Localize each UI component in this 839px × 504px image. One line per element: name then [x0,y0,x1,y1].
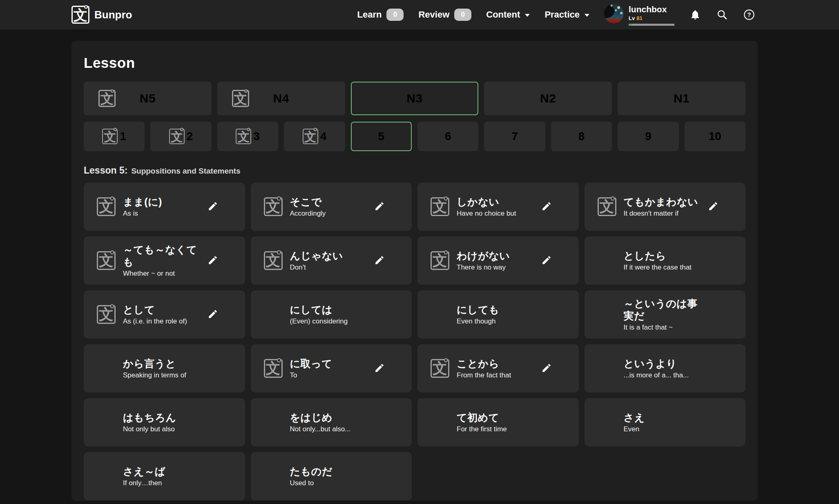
grammar-english-meaning: Used to [290,479,371,487]
page-title: Lesson [84,55,745,71]
edit-notes-button[interactable] [208,201,219,212]
help-button[interactable]: ? [743,9,755,21]
grammar-japanese-title: をはじめ [290,411,371,424]
nav-review[interactable]: Review 0 [418,9,471,21]
bunpro-logo-icon: 文 [598,197,616,216]
grammar-english-meaning: Whether ~ or not [123,270,204,278]
pencil-icon [541,201,552,212]
brand-logo[interactable]: 文 Bunpro [71,6,132,24]
lesson-number-button[interactable]: 7 [484,122,545,151]
grammar-point-card[interactable]: 文 んじゃない Don't [251,236,412,285]
lesson-number-button[interactable]: 文 4 [284,122,345,151]
grammar-point-card[interactable]: て初めて For the first time [417,398,579,446]
username: lunchbox [629,4,674,14]
grammar-point-card[interactable]: さえ Even [585,398,746,446]
grammar-point-card[interactable]: にしても Even though [417,290,579,339]
pencil-icon [708,201,719,212]
grammar-point-card[interactable]: としたら If it were the case that [585,236,746,285]
edit-notes-button[interactable] [374,201,386,212]
notifications-button[interactable] [689,9,701,21]
jlpt-level-button[interactable]: N1 [618,82,745,115]
jlpt-level-button[interactable]: 文 N4 [217,82,345,115]
edit-notes-button[interactable] [374,255,386,266]
bunpro-logo-icon: 文 [97,251,116,270]
lesson-number-button[interactable]: 文 2 [150,122,211,151]
grammar-japanese-title: さえ～ば [123,465,204,477]
grammar-english-meaning: There is no way [457,263,538,272]
lesson-number-button[interactable]: 9 [618,122,678,151]
nav-content-label: Content [486,9,520,20]
question-circle-icon: ? [743,9,755,20]
search-icon [716,9,728,20]
grammar-point-card[interactable]: にしては (Even) considering [251,290,412,339]
bunpro-logo-icon: 文 [102,129,118,144]
grammar-japanese-title: ～ても～なくても [123,243,204,268]
bell-icon [689,9,701,20]
grammar-point-card[interactable]: 文 として As (i.e. in the role of) [84,290,245,339]
edit-notes-button[interactable] [208,309,219,320]
grammar-japanese-title: まま(に) [123,196,204,208]
edit-notes-button[interactable] [541,201,553,212]
lesson-number-button[interactable]: 5 [351,122,412,151]
jlpt-level-row: 文 N5 文 N4 N3 N2 N1 [84,82,745,115]
lesson-heading-title: Suppositions and Statements [131,167,240,176]
jlpt-level-label: N3 [406,91,422,105]
grammar-point-card[interactable]: はもちろん Not only but also [84,398,245,446]
search-button[interactable] [716,9,728,21]
grammar-point-card[interactable]: さえ～ば If only…then [84,452,245,500]
edit-notes-button[interactable] [374,363,386,374]
jlpt-level-button[interactable]: N2 [484,82,612,115]
user-menu[interactable]: lunchbox Lv81 [604,4,674,26]
bunpro-logo-icon: 文 [232,90,249,107]
edit-notes-button[interactable] [541,255,553,266]
grammar-point-grid: 文 まま(に) As is 文 そこで Accordingly 文 しかない H… [84,183,745,500]
grammar-point-card[interactable]: をはじめ Not only...but also... [251,398,412,446]
grammar-english-meaning: For the first time [457,425,538,433]
grammar-point-card[interactable]: 文 そこで Accordingly [251,183,412,231]
jlpt-level-label: N1 [674,91,689,105]
lesson-number-label: 2 [187,130,193,143]
grammar-point-card[interactable]: 文 ことから From the fact that [417,344,579,392]
pencil-icon [208,255,218,265]
grammar-point-card[interactable]: 文 しかない Have no choice but [417,183,579,231]
jlpt-level-button[interactable]: 文 N5 [84,82,212,115]
grammar-point-card[interactable]: というより ...is more of a... tha... [585,344,746,392]
pencil-icon [208,309,218,319]
grammar-japanese-title: てもかまわない [624,196,705,208]
grammar-point-card[interactable]: 文 まま(に) As is [84,183,245,231]
lesson-number-button[interactable]: 文 3 [217,122,278,151]
nav-cluster: Learn 0 Review 0 Content Practice lunchb… [357,4,755,26]
grammar-japanese-title: としたら [624,250,705,262]
nav-learn[interactable]: Learn 0 [357,9,404,21]
grammar-point-card[interactable]: ～というのは事実だ It is a fact that ~ [585,290,746,339]
bunpro-logo-icon: 文 [431,197,449,216]
nav-content-dropdown[interactable]: Content [486,9,530,20]
nav-practice-dropdown[interactable]: Practice [544,9,589,20]
grammar-japanese-title: に取って [290,357,371,370]
edit-notes-button[interactable] [208,255,219,266]
lesson-number-button[interactable]: 8 [551,122,612,151]
grammar-point-card[interactable]: から言うと Speaking in terms of [84,344,245,392]
grammar-english-meaning: It is a fact that ~ [624,323,705,332]
jlpt-level-button[interactable]: N3 [351,82,479,115]
lesson-number-button[interactable]: 6 [417,122,478,151]
grammar-point-card[interactable]: 文 わけがない There is no way [417,236,579,285]
edit-notes-button[interactable] [541,363,553,374]
bunpro-logo-icon: 文 [169,129,185,144]
lesson-number-button[interactable]: 文 1 [84,122,145,151]
lesson-number-label: 9 [645,130,652,143]
grammar-point-card[interactable]: たものだ Used to [251,452,412,500]
pencil-icon [541,363,552,373]
lesson-number-button[interactable]: 10 [685,122,745,151]
grammar-point-card[interactable]: 文 に取って To [251,344,412,392]
grammar-point-card[interactable]: 文 てもかまわない It doesn't matter if [585,183,746,231]
edit-notes-button[interactable] [708,201,719,212]
grammar-japanese-title: にしても [457,303,538,316]
grammar-japanese-title: ことから [457,357,538,370]
grammar-point-card[interactable]: 文 ～ても～なくても Whether ~ or not [84,236,245,285]
grammar-english-meaning: Even [624,425,705,433]
pencil-icon [208,201,218,212]
lesson-number-label: 4 [320,130,327,143]
grammar-english-meaning: ...is more of a... tha... [624,371,705,379]
bunpro-logo-icon: 文 [236,129,251,144]
